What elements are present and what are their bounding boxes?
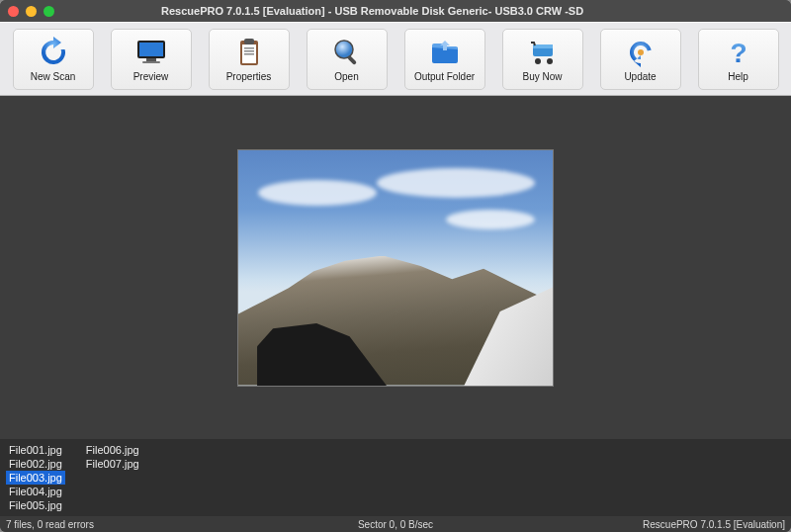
app-window: RescuePRO 7.0.1.5 [Evaluation] - USB Rem… — [0, 0, 791, 532]
properties-button[interactable]: Properties — [209, 29, 290, 90]
help-button[interactable]: ? Help — [698, 29, 779, 90]
clipboard-icon — [231, 37, 267, 68]
update-button[interactable]: Update — [600, 29, 681, 90]
svg-point-15 — [547, 58, 553, 64]
status-bar: 7 files, 0 read errors Sector 0, 0 B/sec… — [0, 516, 791, 532]
toolbar-label: Open — [334, 71, 358, 82]
file-item[interactable]: File007.jpg — [83, 457, 142, 471]
question-icon: ? — [721, 37, 756, 68]
svg-point-10 — [335, 41, 353, 58]
file-list: File001.jpgFile002.jpgFile003.jpgFile004… — [0, 439, 791, 516]
toolbar-label: Buy Now — [522, 71, 562, 82]
svg-rect-11 — [347, 55, 357, 65]
toolbar-label: Update — [624, 71, 656, 82]
toolbar: New Scan Preview Properties Open Output — [0, 22, 791, 96]
file-item[interactable]: File002.jpg — [6, 457, 65, 471]
svg-rect-7 — [244, 47, 254, 49]
new-scan-button[interactable]: New Scan — [13, 29, 94, 90]
svg-rect-6 — [244, 39, 254, 44]
toolbar-label: Preview — [133, 71, 169, 82]
window-title: RescuePRO 7.0.1.5 [Evaluation] - USB Rem… — [62, 5, 783, 17]
svg-text:?: ? — [730, 38, 747, 68]
file-item[interactable]: File001.jpg — [6, 443, 65, 457]
toolbar-label: Properties — [226, 71, 272, 82]
file-item[interactable]: File003.jpg — [6, 471, 65, 485]
zoom-button[interactable] — [44, 6, 54, 17]
file-item[interactable]: File006.jpg — [83, 443, 142, 457]
magnifier-icon — [329, 37, 365, 68]
buy-now-button[interactable]: Buy Now — [502, 29, 583, 90]
toolbar-label: Output Folder — [414, 71, 475, 82]
sync-icon — [623, 37, 659, 68]
svg-rect-8 — [244, 50, 254, 52]
output-folder-button[interactable]: Output Folder — [404, 29, 485, 90]
file-item[interactable]: File005.jpg — [6, 498, 65, 512]
open-button[interactable]: Open — [307, 29, 388, 90]
file-item[interactable]: File004.jpg — [6, 485, 65, 498]
preview-image — [237, 149, 554, 387]
status-center: Sector 0, 0 B/sec — [266, 519, 526, 530]
preview-button[interactable]: Preview — [111, 29, 192, 90]
status-right: RescuePRO 7.0.1.5 [Evaluation] — [525, 519, 785, 530]
svg-rect-9 — [244, 53, 254, 55]
monitor-icon — [133, 37, 169, 68]
window-controls — [8, 6, 54, 17]
titlebar: RescuePRO 7.0.1.5 [Evaluation] - USB Rem… — [0, 0, 791, 22]
folder-upload-icon — [427, 37, 463, 68]
status-left: 7 files, 0 read errors — [6, 519, 266, 530]
svg-rect-1 — [139, 43, 163, 56]
svg-point-14 — [535, 58, 541, 64]
toolbar-label: Help — [728, 71, 748, 82]
toolbar-label: New Scan — [31, 71, 76, 82]
svg-rect-2 — [146, 58, 156, 61]
preview-area — [0, 96, 791, 439]
close-button[interactable] — [8, 6, 19, 17]
refresh-arrow-icon — [36, 37, 71, 68]
minimize-button[interactable] — [26, 6, 37, 17]
svg-rect-3 — [142, 61, 160, 63]
cart-icon — [525, 37, 561, 68]
svg-rect-13 — [533, 44, 553, 48]
svg-point-16 — [638, 49, 644, 55]
